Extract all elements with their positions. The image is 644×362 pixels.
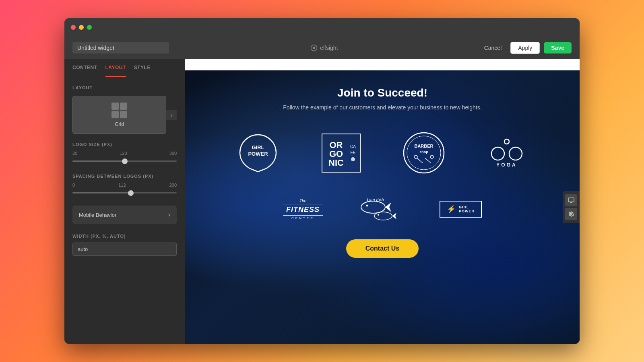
svg-text:GIRL: GIRL bbox=[252, 144, 264, 150]
svg-point-19 bbox=[504, 139, 509, 144]
girlpower2-line1: GIRL bbox=[459, 205, 475, 209]
svg-point-24 bbox=[374, 212, 392, 220]
logo-barbershop: BARBER shop bbox=[387, 127, 460, 179]
logos-row2: The FITNESS CENTER bbox=[221, 191, 543, 227]
apply-button[interactable]: Apply bbox=[510, 42, 540, 54]
cancel-button[interactable]: Cancel bbox=[479, 42, 507, 53]
fitness-center: CENTER bbox=[283, 216, 323, 220]
width-section: WIDTH (PX, %, AUTO) bbox=[72, 234, 177, 256]
girlpower2-text: GIRL POWER bbox=[459, 205, 475, 213]
logo-organic: OR GO NIC CA FE bbox=[304, 127, 378, 179]
svg-point-20 bbox=[491, 147, 504, 160]
svg-point-17 bbox=[414, 155, 417, 158]
sidebar: CONTENT LAYOUT STYLE LAYOUT Grid bbox=[64, 59, 185, 344]
header-bar: elfsight Cancel Apply Save bbox=[64, 37, 580, 59]
svg-text:Twin Fish: Twin Fish bbox=[366, 197, 384, 202]
device-button[interactable] bbox=[565, 194, 577, 206]
preview-toolbar bbox=[563, 191, 580, 223]
traffic-light-red[interactable] bbox=[71, 25, 76, 30]
svg-text:FE: FE bbox=[350, 150, 355, 155]
mobile-behavior-row[interactable]: Mobile Behavior › bbox=[72, 206, 177, 224]
sidebar-tabs: CONTENT LAYOUT STYLE bbox=[64, 59, 185, 77]
svg-rect-27 bbox=[568, 198, 574, 202]
traffic-light-yellow[interactable] bbox=[79, 25, 84, 30]
elfsight-wordmark: elfsight bbox=[320, 45, 338, 51]
fitness-name: FITNESS bbox=[283, 204, 323, 216]
spacing-range-labels: 0 112 200 bbox=[72, 183, 177, 187]
spacing-section: SPACING BETWEEN LOGOS (PX) 0 112 200 bbox=[72, 174, 177, 196]
logo-size-fill bbox=[72, 160, 125, 162]
width-input[interactable] bbox=[72, 243, 177, 256]
logo-fitness: The FITNESS CENTER bbox=[279, 195, 327, 224]
logo-size-range-labels: 20 120 300 bbox=[72, 151, 177, 156]
spacing-thumb[interactable] bbox=[128, 190, 134, 196]
girlpower2-line2: POWER bbox=[459, 209, 475, 213]
widget-heading: Join to Succeed! bbox=[337, 86, 427, 99]
logo-girlpower: GIRL POWER bbox=[221, 127, 295, 179]
layout-next-button[interactable]: › bbox=[166, 110, 177, 120]
layout-option-grid[interactable]: Grid bbox=[72, 96, 166, 134]
main-area: CONTENT LAYOUT STYLE LAYOUT Grid bbox=[64, 59, 580, 344]
svg-point-21 bbox=[509, 147, 522, 160]
widget-title-input[interactable] bbox=[72, 42, 169, 53]
spacing-slider-wrapper[interactable] bbox=[72, 190, 177, 196]
svg-text:CA: CA bbox=[350, 144, 356, 149]
svg-point-10 bbox=[351, 157, 355, 161]
svg-point-23 bbox=[366, 205, 368, 207]
preview-top-bar bbox=[185, 59, 580, 70]
contact-button[interactable]: Contact Us bbox=[346, 239, 419, 258]
svg-text:NIC: NIC bbox=[328, 158, 344, 168]
svg-line-16 bbox=[425, 158, 431, 163]
content-wrapper: Join to Succeed! Follow the example of o… bbox=[185, 59, 580, 344]
preview-area: Join to Succeed! Follow the example of o… bbox=[185, 59, 580, 344]
girlpower2-inner: ⚡ GIRL POWER bbox=[440, 201, 482, 218]
header-actions: Cancel Apply Save bbox=[479, 42, 572, 54]
sidebar-content: LAYOUT Grid › bbox=[64, 77, 185, 344]
logos-grid-row1: GIRL POWER OR GO NIC bbox=[221, 127, 543, 179]
header-center: elfsight bbox=[174, 44, 475, 51]
logo-size-thumb[interactable] bbox=[122, 158, 128, 164]
svg-point-22 bbox=[361, 201, 385, 213]
svg-line-15 bbox=[417, 158, 423, 163]
width-label: WIDTH (PX, %, AUTO) bbox=[72, 234, 177, 239]
layout-option-label: Grid bbox=[115, 121, 124, 127]
svg-text:POWER: POWER bbox=[248, 151, 268, 157]
logo-size-slider-wrapper[interactable] bbox=[72, 158, 177, 164]
svg-point-25 bbox=[378, 214, 379, 216]
settings-button[interactable] bbox=[565, 208, 577, 220]
title-bar bbox=[64, 18, 580, 37]
girlpower2-bolt: ⚡ bbox=[447, 205, 456, 214]
tab-style[interactable]: STYLE bbox=[134, 59, 151, 77]
traffic-light-green[interactable] bbox=[87, 25, 92, 30]
yoga-text: YOGA bbox=[496, 162, 517, 168]
logo-twinfish: Twin Fish bbox=[351, 191, 411, 227]
logo-size-min: 20 bbox=[72, 151, 77, 156]
svg-point-18 bbox=[430, 155, 433, 158]
mobile-behavior-label: Mobile Behavior bbox=[79, 212, 116, 218]
layout-options-container: Grid › bbox=[72, 96, 177, 134]
svg-text:BARBER: BARBER bbox=[414, 144, 433, 148]
widget-subheading: Follow the example of our customers and … bbox=[283, 104, 481, 111]
spacing-label: SPACING BETWEEN LOGOS (PX) bbox=[72, 174, 177, 179]
logo-size-label: LOGO SIZE (PX) bbox=[72, 142, 177, 147]
preview-content: Join to Succeed! Follow the example of o… bbox=[185, 70, 580, 344]
layout-section-label: LAYOUT bbox=[72, 85, 177, 90]
logo-girlpower2: ⚡ GIRL POWER bbox=[436, 197, 486, 222]
grid-layout-icon bbox=[111, 103, 127, 118]
fitness-the: The bbox=[283, 199, 323, 203]
save-button[interactable]: Save bbox=[544, 42, 572, 53]
logo-size-track bbox=[72, 160, 177, 162]
yoga-logo-inner: YOGA bbox=[491, 138, 523, 168]
preview-inner: Join to Succeed! Follow the example of o… bbox=[185, 70, 580, 274]
tab-layout[interactable]: LAYOUT bbox=[105, 59, 126, 77]
logo-size-max: 300 bbox=[169, 151, 177, 156]
tab-content[interactable]: CONTENT bbox=[72, 59, 97, 77]
logo-size-mid: 120 bbox=[120, 151, 127, 156]
logo-size-section: LOGO SIZE (PX) 20 120 300 bbox=[72, 142, 177, 164]
fitness-logo-inner: The FITNESS CENTER bbox=[283, 199, 323, 220]
spacing-max: 200 bbox=[169, 183, 177, 187]
logo-yoga: YOGA bbox=[470, 127, 543, 179]
svg-point-1 bbox=[313, 47, 315, 49]
elfsight-logo: elfsight bbox=[310, 44, 338, 51]
spacing-fill bbox=[72, 192, 131, 193]
